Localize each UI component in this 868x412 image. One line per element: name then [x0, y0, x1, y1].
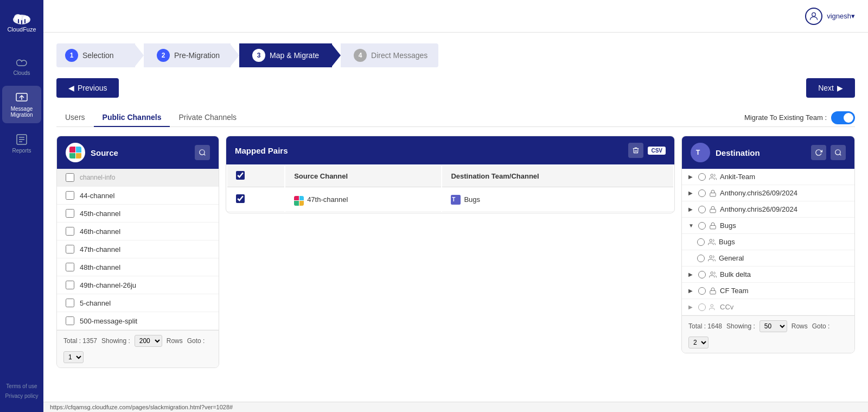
dest-item-cf-team[interactable]: ▶ CF Team: [682, 283, 854, 299]
sidebar-item-message-migration[interactable]: Message Migration: [2, 86, 41, 123]
svg-rect-27: [710, 290, 716, 294]
prev-arrow-icon: ◀: [68, 84, 74, 92]
table-row[interactable]: 47th-channel T Bugs: [227, 188, 673, 212]
delete-mapped-button[interactable]: [628, 143, 643, 158]
select-all-mapped[interactable]: [236, 171, 245, 180]
migrate-existing-team-toggle[interactable]: [831, 111, 855, 124]
export-csv-button[interactable]: CSV: [648, 147, 666, 155]
dest-item-bugs-channel[interactable]: Bugs: [682, 234, 854, 250]
destination-panel-header: T Destination: [682, 136, 854, 169]
dest-radio-bugs[interactable]: [698, 222, 706, 230]
channel-item-scrolled[interactable]: channel-info: [57, 169, 219, 187]
sidebar-item-message-label: Message Migration: [5, 106, 39, 118]
source-slack-icon: [66, 143, 85, 162]
list-item[interactable]: 45th-channel: [57, 205, 219, 223]
user-name: vignesh▾: [827, 12, 855, 20]
next-button[interactable]: Next ▶: [806, 78, 855, 98]
dest-radio-ccv[interactable]: [698, 303, 706, 311]
dest-radio-bugs-channel[interactable]: [697, 238, 705, 246]
step-map-migrate[interactable]: 3 Map & Migrate: [239, 43, 332, 67]
channel-checkbox-0[interactable]: [66, 191, 74, 200]
dest-radio-general[interactable]: [697, 255, 705, 262]
row-checkbox[interactable]: [227, 188, 284, 212]
destination-panel: T Destination: [681, 136, 855, 353]
dest-item-anthony1[interactable]: ▶ Anthony.chris26/09/2024: [682, 185, 854, 201]
channel-checkbox-4[interactable]: [66, 263, 74, 271]
mapped-pairs-header: Mapped Pairs CSV: [226, 136, 674, 164]
team-icon: [709, 271, 717, 278]
channel-checkbox-scrolled[interactable]: [66, 173, 74, 182]
sidebar-item-clouds-label: Clouds: [13, 70, 30, 76]
source-goto-select[interactable]: 12345: [63, 351, 84, 363]
privacy-policy-link[interactable]: Privacy policy: [5, 391, 38, 401]
sidebar-item-reports[interactable]: Reports: [2, 128, 41, 159]
mapped-row-checkbox-0[interactable]: [236, 194, 245, 203]
step-pre-migration[interactable]: 2 Pre-Migration: [144, 43, 231, 67]
destination-search-button[interactable]: [831, 145, 846, 160]
terms-of-use-link[interactable]: Terms of use: [5, 382, 38, 391]
dest-radio-anthony1[interactable]: [698, 189, 706, 197]
source-panel-footer: Total : 1357 Showing : 20050100500 Rows …: [57, 330, 219, 367]
expand-icon[interactable]: ▶: [688, 288, 695, 294]
list-item[interactable]: 44-channel: [57, 187, 219, 205]
channel-checkbox-2[interactable]: [66, 227, 74, 236]
tab-public-channels[interactable]: Public Channels: [94, 109, 170, 127]
list-item[interactable]: 46th-channel: [57, 223, 219, 240]
list-item[interactable]: 49th-channel-26ju: [57, 276, 219, 294]
sidebar-item-clouds[interactable]: Clouds: [2, 50, 41, 81]
list-item[interactable]: 48th-channel: [57, 258, 219, 276]
dest-radio-ankit[interactable]: [698, 173, 706, 181]
user-menu[interactable]: vignesh▾: [805, 8, 855, 25]
source-panel-header: Source: [57, 136, 219, 169]
channel-checkbox-6[interactable]: [66, 299, 74, 307]
list-item[interactable]: 5-channel: [57, 294, 219, 312]
expand-icon[interactable]: ▶: [688, 206, 695, 212]
channel-checkbox-7[interactable]: [66, 316, 74, 325]
channel-name-0: 44-channel: [80, 192, 114, 200]
destination-refresh-button[interactable]: [811, 145, 826, 160]
dest-item-bugs[interactable]: ▼ Bugs: [682, 218, 854, 234]
dest-showing-select[interactable]: 5025100: [760, 320, 787, 332]
team-icon: [708, 255, 716, 262]
channel-checkbox-5[interactable]: [66, 281, 74, 289]
source-panel-title: Source: [91, 148, 118, 157]
expand-icon[interactable]: ▶: [688, 271, 695, 277]
expand-icon[interactable]: ▼: [688, 223, 695, 229]
toggle-knob: [844, 113, 853, 123]
dest-item-bulk-delta[interactable]: ▶ Bulk delta: [682, 267, 854, 283]
dest-label-ankit: Ankit-Team: [720, 173, 755, 181]
dest-showing-label: Showing :: [726, 322, 755, 330]
dest-radio-bulk-delta[interactable]: [698, 271, 706, 278]
lock-icon: [709, 287, 717, 295]
source-showing-select[interactable]: 20050100500: [135, 335, 162, 347]
step1-label: Selection: [82, 51, 114, 60]
dest-radio-cf-team[interactable]: [698, 287, 706, 295]
channel-name-6: 5-channel: [80, 299, 111, 307]
source-search-button[interactable]: [195, 145, 210, 160]
dest-item-general[interactable]: General: [682, 250, 854, 267]
step2-arrow: [231, 45, 239, 66]
dest-goto-select[interactable]: 21345: [688, 337, 709, 348]
list-item[interactable]: 47th-channel: [57, 240, 219, 258]
next-arrow-icon: ▶: [837, 84, 843, 92]
tab-private-channels[interactable]: Private Channels: [170, 109, 245, 127]
panels-container: Source channel-info: [56, 136, 855, 368]
list-item[interactable]: 500-message-split: [57, 312, 219, 330]
dest-item-ankit-team[interactable]: ▶ Ankit-Team: [682, 169, 854, 185]
tab-users[interactable]: Users: [56, 109, 94, 127]
expand-icon[interactable]: ▶: [688, 304, 695, 310]
dest-label-anthony2: Anthony.chris26/09/2024: [720, 205, 797, 213]
expand-icon[interactable]: ▶: [688, 174, 695, 180]
destination-teams-icon: T: [691, 143, 710, 162]
step-direct-messages[interactable]: 4 Direct Messages: [341, 43, 438, 67]
dest-item-anthony2[interactable]: ▶ Anthony.chris26/09/2024: [682, 201, 854, 218]
expand-icon[interactable]: ▶: [688, 190, 695, 196]
status-bar: https://cfqamsg.cloudfuze.com/pages/slac…: [43, 402, 868, 412]
step-selection[interactable]: 1 Selection: [56, 43, 135, 67]
dest-item-ccv[interactable]: ▶ CCv: [682, 299, 854, 315]
channel-checkbox-3[interactable]: [66, 245, 74, 253]
previous-button[interactable]: ◀ Previous: [56, 78, 119, 98]
source-showing-label: Showing :: [101, 337, 130, 345]
dest-radio-anthony2[interactable]: [698, 206, 706, 213]
channel-checkbox-1[interactable]: [66, 209, 74, 218]
